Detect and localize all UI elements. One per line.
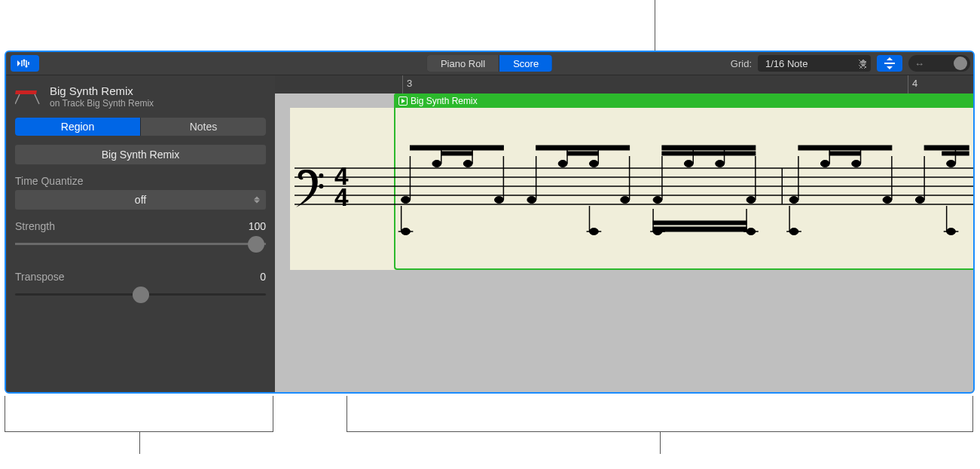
transpose-value: 0: [260, 271, 266, 283]
inspector-toggle-button[interactable]: [11, 55, 39, 72]
transpose-row: Transpose 0: [6, 260, 275, 296]
svg-line-5: [35, 94, 39, 104]
inspector-panel: Big Synth Remix on Track Big Synth Remix…: [6, 75, 275, 392]
zoom-arrows-icon: ↔: [914, 58, 924, 69]
region-name-field[interactable]: Big Synth Remix: [15, 145, 266, 164]
score-display-area[interactable]: 3 4 Big Synth Remix: [275, 75, 973, 392]
zoom-slider-thumb[interactable]: [954, 57, 967, 70]
transpose-slider-thumb[interactable]: [133, 287, 149, 303]
strength-slider[interactable]: [15, 243, 266, 245]
tab-piano-roll[interactable]: Piano Roll: [427, 55, 499, 72]
region-subtitle: on Track Big Synth Remix: [50, 98, 154, 109]
grid-select[interactable]: 1/16 Note: [758, 55, 871, 72]
strength-row: Strength 100: [6, 210, 275, 245]
grid-select-value: 1/16 Note: [765, 58, 808, 69]
editor-body: Big Synth Remix on Track Big Synth Remix…: [6, 75, 973, 392]
chevron-updown-icon: [254, 197, 260, 204]
toolbar: Piano Roll Score Grid: 1/16 Note ↔: [6, 52, 973, 75]
region-title: Big Synth Remix: [50, 84, 154, 97]
transpose-label: Transpose: [15, 271, 65, 283]
ruler-bar-3: 3: [407, 78, 412, 89]
callout-bracket-score: [347, 396, 973, 432]
callout-bracket-inspector: [5, 396, 273, 432]
transpose-slider[interactable]: [15, 293, 266, 296]
time-quantize-select[interactable]: off: [15, 190, 266, 210]
strength-label: Strength: [15, 220, 55, 232]
instrument-icon: [15, 86, 42, 107]
tab-score[interactable]: Score: [499, 55, 552, 72]
bar-ruler[interactable]: 3 4: [275, 75, 973, 93]
region-clip-header[interactable]: Big Synth Remix: [394, 93, 973, 108]
svg-point-1: [26, 66, 28, 68]
svg-point-0: [23, 60, 26, 62]
view-tab-group: Piano Roll Score: [427, 55, 552, 72]
region-header: Big Synth Remix on Track Big Synth Remix: [6, 75, 275, 115]
score-editor-window: Piano Roll Score Grid: 1/16 Note ↔: [5, 51, 975, 394]
vertical-arrows-icon: [883, 57, 896, 69]
chevron-updown-icon: [860, 60, 866, 67]
region-clip-name: Big Synth Remix: [411, 96, 478, 106]
inspector-tab-group: Region Notes: [15, 118, 266, 136]
svg-rect-2: [884, 63, 895, 64]
time-quantize-row: Time Quantize off: [6, 164, 275, 210]
score-paper: [290, 108, 973, 270]
vertical-autozoom-button[interactable]: [877, 55, 902, 72]
time-quantize-label: Time Quantize: [15, 175, 84, 187]
clip-play-icon: [398, 97, 408, 106]
tab-region[interactable]: Region: [15, 118, 141, 136]
time-quantize-value: off: [135, 194, 146, 206]
strength-value: 100: [249, 220, 266, 232]
horizontal-zoom-slider[interactable]: ↔: [908, 55, 970, 72]
inspector-panel-icon: [17, 58, 32, 69]
strength-slider-thumb[interactable]: [248, 236, 264, 253]
svg-line-4: [15, 94, 20, 104]
svg-rect-3: [15, 90, 37, 94]
grid-label: Grid:: [731, 58, 752, 69]
tab-notes[interactable]: Notes: [141, 118, 266, 136]
ruler-bar-4: 4: [912, 78, 917, 89]
callout-line-top: [655, 0, 655, 51]
